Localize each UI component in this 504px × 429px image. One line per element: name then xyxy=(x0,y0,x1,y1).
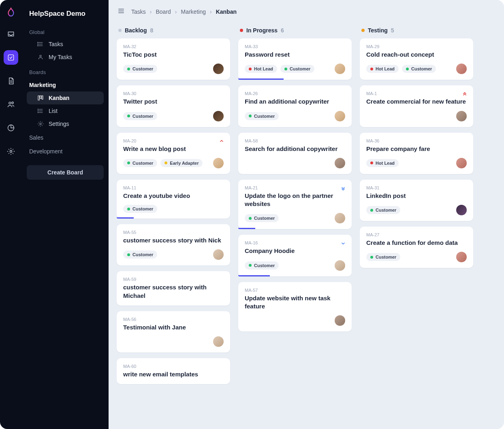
settings-rail-icon[interactable] xyxy=(4,144,18,159)
task-title: Create a youtube video xyxy=(123,192,224,200)
task-card[interactable]: MA-57Update website with new task featur… xyxy=(238,282,352,332)
breadcrumb-marketing[interactable]: Marketing xyxy=(181,8,206,15)
task-title: customer success story with Nick xyxy=(123,236,224,244)
svg-point-6 xyxy=(38,44,38,44)
tag-customer: Customer xyxy=(280,65,314,73)
task-id: MA-56 xyxy=(123,317,224,322)
task-title: Update website with new task feature xyxy=(245,294,345,311)
sidebar-item-list[interactable]: List xyxy=(27,104,104,117)
task-card[interactable]: MA-32TicToc postCustomer xyxy=(117,38,230,80)
task-id: MA-57 xyxy=(245,288,345,293)
task-title: Update the logo on the partner websites xyxy=(245,192,345,208)
status-dot-icon xyxy=(118,29,122,32)
tag-dot-icon xyxy=(370,161,373,164)
avatar xyxy=(213,158,224,168)
task-card[interactable]: MA-26Find an additional copywriterCustom… xyxy=(238,85,352,127)
svg-point-8 xyxy=(40,55,41,57)
avatar xyxy=(213,64,224,74)
task-title: TicToc post xyxy=(123,51,224,59)
tag-hotlead: Hot Lead xyxy=(245,65,277,73)
svg-point-13 xyxy=(38,110,38,111)
tag-customer: Customer xyxy=(245,112,279,120)
task-title: Write a new blog post xyxy=(123,145,224,153)
task-id: MA-16 xyxy=(245,240,345,245)
label: List xyxy=(49,108,58,114)
column-backlog: Backlog8MA-32TicToc postCustomerMA-30Twi… xyxy=(117,25,230,390)
tag-hotlead: Hot Lead xyxy=(366,159,399,167)
svg-point-7 xyxy=(38,45,38,46)
task-card[interactable]: MA-29Cold reach-out conceptHot LeadCusto… xyxy=(360,38,473,80)
task-card[interactable]: MA-58Search for additional copywriter xyxy=(238,133,352,174)
tag-dot-icon xyxy=(127,253,130,256)
tag-dot-icon xyxy=(406,68,409,70)
avatar xyxy=(213,336,224,347)
people-icon[interactable] xyxy=(4,97,18,112)
task-card[interactable]: MA-27Create a function for demo dataCust… xyxy=(360,227,473,268)
task-card[interactable]: MA-20Write a new blog postCustomerEarly … xyxy=(117,133,230,174)
progress-bar xyxy=(238,275,270,276)
svg-point-15 xyxy=(40,123,41,125)
create-board-button[interactable]: Create Board xyxy=(27,165,104,180)
sidebar-item-tasks[interactable]: Tasks xyxy=(27,38,104,51)
column-count: 6 xyxy=(281,27,284,34)
tag-customer: Customer xyxy=(123,251,157,259)
tag-earlyadapter: Early Adapter xyxy=(160,159,203,167)
progress-bar xyxy=(117,217,134,219)
task-card[interactable]: MA-55customer success story with NickCus… xyxy=(117,224,230,265)
svg-point-12 xyxy=(38,109,38,109)
avatar xyxy=(335,315,345,326)
inbox-icon[interactable] xyxy=(4,27,18,41)
task-card[interactable]: MA-56Testimonial with Jane xyxy=(117,311,230,353)
task-id: MA-55 xyxy=(123,230,224,235)
task-title: Cold reach-out concept xyxy=(366,51,467,59)
priority-icon xyxy=(219,138,224,146)
sidebar-item-mytasks[interactable]: My Tasks xyxy=(27,51,104,64)
sidebar: HelpSpace Demo Global Tasks My Tasks Boa… xyxy=(22,0,109,429)
avatar xyxy=(335,213,345,223)
task-card[interactable]: MA-11Create a youtube videoCustomer xyxy=(117,180,230,219)
chevron-right-icon: › xyxy=(210,8,212,15)
tag-customer: Customer xyxy=(245,261,279,270)
menu-icon[interactable] xyxy=(117,7,125,16)
breadcrumb-tasks[interactable]: Tasks xyxy=(131,8,146,15)
tasks-rail-icon[interactable] xyxy=(4,50,18,65)
tag-customer: Customer xyxy=(402,65,436,73)
task-title: customer success story with Michael xyxy=(123,283,224,300)
sidebar-item-marketing[interactable]: Marketing xyxy=(27,79,104,91)
task-id: MA-36 xyxy=(366,138,467,143)
column-header: Testing5 xyxy=(360,25,473,38)
tag-customer: Customer xyxy=(123,205,157,213)
sidebar-item-development[interactable]: Development xyxy=(27,145,104,158)
avatar xyxy=(335,260,345,271)
breadcrumb-board[interactable]: Board xyxy=(156,8,171,15)
svg-point-14 xyxy=(38,112,38,113)
task-card[interactable]: MA-21Update the logo on the partner webs… xyxy=(238,180,352,229)
chevron-right-icon: › xyxy=(175,8,177,15)
task-title: Search for additional copywriter xyxy=(245,145,345,153)
sidebar-item-kanban[interactable]: Kanban xyxy=(27,91,104,104)
tag-dot-icon xyxy=(249,115,252,117)
sidebar-item-settings[interactable]: Settings xyxy=(27,117,104,130)
task-card[interactable]: MA-31LinkedIn postCustomer xyxy=(360,180,473,221)
document-icon[interactable] xyxy=(4,74,18,88)
tag-dot-icon xyxy=(370,68,373,70)
task-card[interactable]: MA-33Password resetHot LeadCustomer xyxy=(238,38,352,80)
task-card[interactable]: MA-16Company HoodieCustomer xyxy=(238,235,352,276)
logo-icon xyxy=(6,7,16,18)
task-title: write new email templates xyxy=(123,370,224,378)
chevron-right-icon: › xyxy=(150,8,152,15)
task-card[interactable]: MA-59customer success story with Michael xyxy=(117,271,230,306)
avatar xyxy=(213,111,224,121)
column-testing: Testing5MA-29Cold reach-out conceptHot L… xyxy=(360,25,473,390)
task-card[interactable]: MA-30Twitter postCustomer xyxy=(117,85,230,127)
task-id: MA-33 xyxy=(245,44,345,49)
avatar xyxy=(213,249,224,260)
tag-dot-icon xyxy=(127,161,130,164)
reports-icon[interactable] xyxy=(4,121,18,135)
task-title: Twitter post xyxy=(123,98,224,106)
task-card[interactable]: MA-60write new email templates xyxy=(117,358,230,384)
column-count: 8 xyxy=(150,27,153,34)
task-card[interactable]: MA-36Prepare company fareHot Lead xyxy=(360,133,473,174)
task-card[interactable]: MA-1Create commercial for new feature xyxy=(360,85,473,127)
sidebar-item-sales[interactable]: Sales xyxy=(27,131,104,144)
